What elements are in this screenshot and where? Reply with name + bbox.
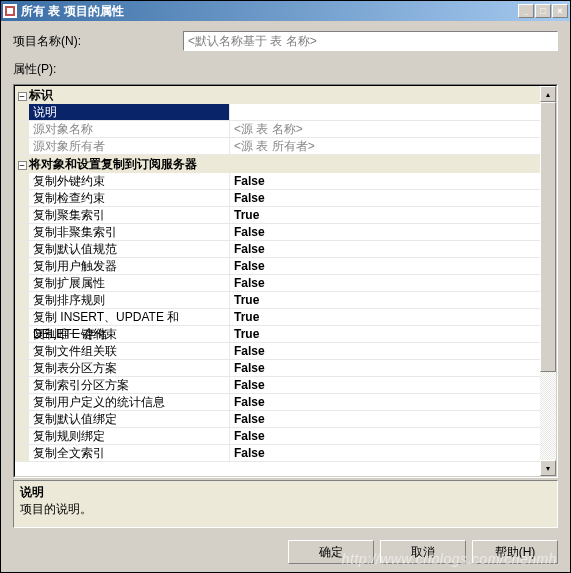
close-button[interactable]: × [552,4,568,18]
property-row[interactable]: 复制唯一键约束True [15,326,540,343]
row-gutter [15,343,29,359]
row-gutter [15,377,29,393]
minimize-button[interactable]: _ [518,4,534,18]
property-row[interactable]: 复制检查约束False [15,190,540,207]
property-value[interactable]: True [230,207,540,223]
property-name: 复制唯一键约束 [29,326,230,342]
property-name: 说明 [29,104,230,120]
collapse-icon[interactable]: − [15,157,29,171]
property-row[interactable]: 复制索引分区方案False [15,377,540,394]
dialog-window: 所有 表 项目的属性 _ □ × 项目名称(N): 属性(P): −标识说明源对… [0,0,571,573]
property-row[interactable]: 复制默认值规范False [15,241,540,258]
property-name: 复制外键约束 [29,173,230,189]
property-value[interactable]: False [230,428,540,444]
property-value[interactable] [230,104,540,120]
window-buttons: _ □ × [517,4,568,18]
property-name: 复制扩展属性 [29,275,230,291]
scroll-track[interactable] [540,102,556,460]
property-row[interactable]: 复制默认值绑定False [15,411,540,428]
titlebar: 所有 表 项目的属性 _ □ × [1,1,570,21]
row-gutter [15,428,29,444]
row-gutter [15,121,29,137]
property-grid-rows: −标识说明源对象名称<源 表 名称>源对象所有者<源 表 所有者>−将对象和设置… [15,86,540,476]
property-value[interactable]: <源 表 名称> [230,121,540,137]
property-name: 复制表分区方案 [29,360,230,376]
property-row[interactable]: 复制规则绑定False [15,428,540,445]
maximize-button[interactable]: □ [535,4,551,18]
category-header[interactable]: −将对象和设置复制到订阅服务器 [15,155,540,173]
row-gutter [15,258,29,274]
row-gutter [15,360,29,376]
property-row[interactable]: 复制外键约束False [15,173,540,190]
property-value[interactable]: False [230,190,540,206]
property-row[interactable]: 复制排序规则True [15,292,540,309]
category-label: 标识 [29,87,53,104]
property-row[interactable]: 复制文件组关联False [15,343,540,360]
category-label: 将对象和设置复制到订阅服务器 [29,156,197,173]
property-row[interactable]: 说明 [15,104,540,121]
row-gutter [15,445,29,461]
row-gutter [15,104,29,120]
property-value[interactable]: True [230,326,540,342]
property-row[interactable]: 复制全文索引False [15,445,540,462]
scrollbar[interactable]: ▴ ▾ [540,86,556,476]
window-title: 所有 表 项目的属性 [21,3,517,20]
name-label: 项目名称(N): [13,33,183,50]
property-name: 复制用户触发器 [29,258,230,274]
property-name: 复制检查约束 [29,190,230,206]
button-bar: 确定 取消 帮助(H) [1,532,570,572]
property-row[interactable]: 复制扩展属性False [15,275,540,292]
property-value[interactable]: <源 表 所有者> [230,138,540,154]
category-header[interactable]: −标识 [15,86,540,104]
collapse-icon[interactable]: − [15,88,29,102]
property-name: 复制默认值规范 [29,241,230,257]
name-input[interactable] [183,31,558,51]
property-name: 复制排序规则 [29,292,230,308]
property-row[interactable]: 源对象所有者<源 表 所有者> [15,138,540,155]
property-name: 复制非聚集索引 [29,224,230,240]
property-name: 源对象名称 [29,121,230,137]
property-value[interactable]: False [230,445,540,461]
ok-button[interactable]: 确定 [288,540,374,564]
property-name: 复制规则绑定 [29,428,230,444]
property-row[interactable]: 复制非聚集索引False [15,224,540,241]
property-value[interactable]: False [230,275,540,291]
property-row[interactable]: 复制 INSERT、UPDATE 和 DELETE 存储True [15,309,540,326]
row-gutter [15,309,29,325]
scroll-down-button[interactable]: ▾ [540,460,556,476]
property-value[interactable]: True [230,292,540,308]
description-panel: 说明 项目的说明。 [13,480,558,528]
property-value[interactable]: True [230,309,540,325]
property-value[interactable]: False [230,360,540,376]
property-value[interactable]: False [230,343,540,359]
property-value[interactable]: False [230,377,540,393]
scroll-up-button[interactable]: ▴ [540,86,556,102]
property-value[interactable]: False [230,258,540,274]
property-row[interactable]: 复制表分区方案False [15,360,540,377]
cancel-button[interactable]: 取消 [380,540,466,564]
property-value[interactable]: False [230,241,540,257]
property-name: 复制索引分区方案 [29,377,230,393]
property-value[interactable]: False [230,411,540,427]
property-row[interactable]: 源对象名称<源 表 名称> [15,121,540,138]
property-row[interactable]: 复制用户触发器False [15,258,540,275]
row-gutter [15,138,29,154]
help-button[interactable]: 帮助(H) [472,540,558,564]
property-value[interactable]: False [230,224,540,240]
row-gutter [15,173,29,189]
property-row[interactable]: 复制用户定义的统计信息False [15,394,540,411]
row-gutter [15,411,29,427]
row-gutter [15,224,29,240]
property-value[interactable]: False [230,394,540,410]
row-gutter [15,190,29,206]
content-area: 项目名称(N): 属性(P): −标识说明源对象名称<源 表 名称>源对象所有者… [1,21,570,532]
property-row[interactable]: 复制聚集索引True [15,207,540,224]
property-name: 复制 INSERT、UPDATE 和 DELETE 存储 [29,309,230,325]
row-gutter [15,292,29,308]
property-name: 复制用户定义的统计信息 [29,394,230,410]
row-gutter [15,326,29,342]
property-value[interactable]: False [230,173,540,189]
scroll-thumb[interactable] [540,102,556,372]
description-text: 项目的说明。 [20,501,551,518]
property-name: 复制聚集索引 [29,207,230,223]
